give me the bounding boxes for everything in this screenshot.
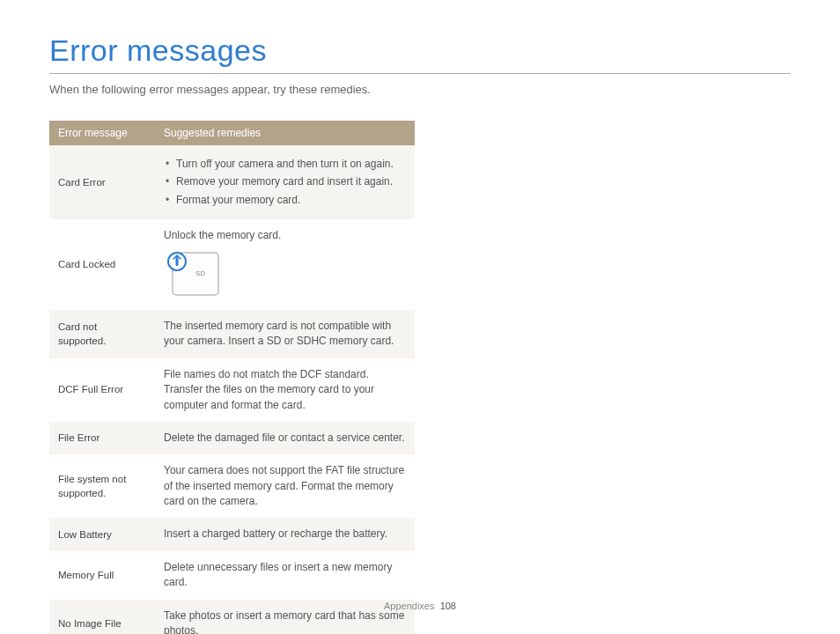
table-row: File Error Delete the damaged file or co… [49,422,415,454]
remedy-list: Turn off your camera and then turn it on… [164,157,406,208]
remedy-text: Delete the damaged file or contact a ser… [155,422,415,454]
page-footer: Appendixes 108 [0,601,840,611]
error-name: Memory Full [49,551,155,600]
svg-text:SD: SD [195,269,205,277]
error-table: Error message Suggested remedies Card Er… [49,121,415,634]
table-row: File system not supported. Your camera d… [49,454,415,518]
header-error-message: Error message [49,121,155,145]
remedy-text: Delete unnecessary files or insert a new… [155,551,415,600]
error-name: Card not supported. [49,310,155,358]
remedy-text: The inserted memory card is not compatib… [155,310,415,358]
error-name: File Error [49,422,155,454]
error-name: Card Error [49,145,155,219]
remedy-cell: Unlock the memory card. SD [155,219,415,310]
error-name: DCF Full Error [49,358,155,422]
table-row: Memory Full Delete unnecessary files or … [49,551,415,600]
remedy-item: Turn off your camera and then turn it on… [164,157,406,172]
error-name: File system not supported. [49,454,155,518]
table-header-row: Error message Suggested remedies [49,121,415,145]
title-divider [49,73,791,74]
error-name: Low Battery [49,518,155,550]
remedy-text: File names do not match the DCF standard… [155,358,415,422]
footer-page-number: 108 [440,601,456,611]
svg-rect-2 [176,257,179,266]
sd-card-icon: SD [164,249,225,297]
error-name: Card Locked [49,219,155,310]
remedy-item: Format your memory card. [164,193,406,208]
table-row: Card Locked Unlock the memory card. SD [49,219,415,310]
remedy-text: Unlock the memory card. [164,229,281,241]
header-suggested-remedies: Suggested remedies [155,121,415,145]
table-row: DCF Full Error File names do not match t… [49,358,415,422]
table-row: Card not supported. The inserted memory … [49,310,415,358]
intro-text: When the following error messages appear… [49,83,791,96]
sd-card-illustration: SD [164,249,406,301]
remedy-text: Insert a charged battery or recharge the… [155,518,415,550]
remedy-cell: Turn off your camera and then turn it on… [155,145,415,219]
table-row: Card Error Turn off your camera and then… [49,145,415,219]
remedy-item: Remove your memory card and insert it ag… [164,174,406,189]
footer-section: Appendixes [384,601,435,611]
page-title: Error messages [49,33,791,68]
remedy-text: Your camera does not support the FAT fil… [155,454,415,518]
table-row: Low Battery Insert a charged battery or … [49,518,415,550]
